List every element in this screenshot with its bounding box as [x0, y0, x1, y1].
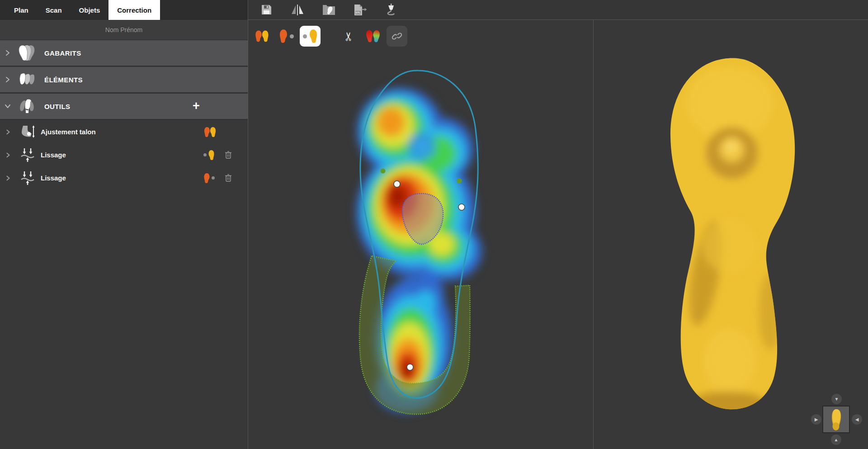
- left-foot-hidden-dot: [303, 34, 307, 38]
- triangle-down-icon: ▼: [835, 397, 839, 402]
- main-tabbar: Plan Scan Objets Correction: [0, 0, 248, 20]
- sidebar-section-gabarits[interactable]: GABARITS: [0, 40, 248, 67]
- control-point-1[interactable]: [394, 181, 400, 187]
- delete-tool-button[interactable]: [225, 166, 232, 189]
- view-toolbar: ✂: [252, 26, 407, 47]
- tool-label: Ajustement talon: [41, 128, 96, 136]
- sidebar-section-outils[interactable]: OUTILS +: [0, 94, 248, 120]
- tab-correction[interactable]: Correction: [108, 0, 160, 20]
- import-scan-button[interactable]: [321, 3, 336, 17]
- chevron-right-icon[interactable]: [0, 129, 16, 135]
- feet-visibility-both[interactable]: [203, 120, 219, 143]
- pads-icon: [15, 71, 39, 89]
- anchor-point-2[interactable]: [457, 179, 462, 184]
- right-foot-hidden-dot: [212, 176, 215, 180]
- section-elements-label: ÉLÉMENTS: [44, 76, 83, 84]
- patient-name: Nom Prénom: [0, 20, 248, 40]
- chevron-right-icon[interactable]: [0, 50, 15, 56]
- orthotic-cad-app: Plan Scan Objets Correction Nom Prénom G…: [0, 0, 868, 449]
- sidebar-section-elements[interactable]: ÉLÉMENTS: [0, 67, 248, 94]
- left-foot-icon: [279, 29, 288, 43]
- anchor-point-1[interactable]: [381, 169, 386, 174]
- insole-3d-view[interactable]: ▼ ▶ ◀ ▲: [594, 20, 868, 449]
- tool-label: Lissage: [41, 174, 66, 182]
- show-right-foot-button[interactable]: [300, 26, 321, 47]
- pressure-viewport[interactable]: ✂: [248, 20, 594, 449]
- chevron-down-icon[interactable]: [0, 103, 15, 109]
- save-icon: [260, 4, 273, 16]
- tab-scan[interactable]: Scan: [37, 0, 71, 20]
- link-icon: [392, 31, 402, 41]
- export-stl-button[interactable]: STL: [353, 3, 367, 17]
- sidebar: Plan Scan Objets Correction Nom Prénom G…: [0, 0, 248, 449]
- chevron-right-icon[interactable]: [0, 175, 16, 181]
- right-foot-hidden-dot: [290, 34, 294, 38]
- link-views-button[interactable]: [387, 26, 407, 47]
- pressure-map-canvas[interactable]: [248, 20, 593, 449]
- triangle-up-icon: ▲: [834, 437, 839, 442]
- show-left-foot-button[interactable]: [276, 26, 297, 47]
- stl-label: STL: [355, 11, 361, 14]
- tool-label: Lissage: [41, 151, 66, 159]
- templates-icon: [15, 43, 39, 62]
- import-scan-icon: [322, 4, 336, 16]
- left-foot-hidden-dot: [203, 153, 207, 156]
- main-toolbar: STL: [248, 0, 868, 20]
- save-button[interactable]: [259, 3, 274, 17]
- scissors-icon: ✂: [342, 31, 356, 41]
- insole-3d-canvas: [594, 20, 868, 449]
- trash-icon: [225, 174, 232, 182]
- left-foot-icon: [203, 173, 210, 184]
- right-foot-icon: [208, 150, 215, 161]
- heel-adjust-icon: [16, 125, 39, 139]
- tab-objets[interactable]: Objets: [71, 0, 109, 20]
- feet-visibility-left[interactable]: [203, 166, 219, 189]
- pressure-map-toggle-button[interactable]: [363, 26, 383, 47]
- tool-row-lissage-left[interactable]: Lissage: [0, 166, 248, 189]
- pressure-feet-icon: [365, 28, 381, 44]
- tab-plan[interactable]: Plan: [5, 0, 37, 20]
- add-tool-button[interactable]: +: [188, 98, 204, 114]
- tab-plan-label: Plan: [14, 6, 28, 14]
- mirror-icon: [291, 4, 304, 16]
- feet-pair-icon: [255, 28, 270, 44]
- tab-scan-label: Scan: [46, 6, 62, 14]
- view-orientation-thumbnail[interactable]: [822, 406, 850, 433]
- milling-button[interactable]: [384, 3, 398, 17]
- section-gabarits-label: GABARITS: [44, 49, 81, 57]
- tools-icon: [15, 97, 39, 116]
- tool-row-ajustement-talon[interactable]: Ajustement talon: [0, 120, 248, 143]
- show-both-feet-button[interactable]: [252, 26, 273, 47]
- rotate-view-left-button[interactable]: ▶: [811, 414, 821, 425]
- rotate-view-down-button[interactable]: ▲: [831, 435, 841, 445]
- cut-tool-button[interactable]: ✂: [339, 26, 359, 47]
- right-foot-icon: [309, 29, 318, 43]
- triangle-right-icon: ▶: [815, 417, 818, 422]
- control-point-3[interactable]: [407, 364, 413, 370]
- section-outils-label: OUTILS: [44, 103, 70, 110]
- rotate-view-right-button[interactable]: ◀: [852, 414, 862, 425]
- rotate-view-up-button[interactable]: ▼: [831, 394, 842, 404]
- smoothing-icon: [16, 170, 39, 186]
- chevron-right-icon[interactable]: [0, 152, 16, 158]
- export-stl-icon: STL: [353, 4, 367, 16]
- delete-tool-button[interactable]: [225, 143, 232, 166]
- tab-objets-label: Objets: [79, 6, 100, 14]
- feet-pair-icon: [203, 127, 217, 137]
- trash-icon: [225, 151, 232, 159]
- patient-name-label: Nom Prénom: [105, 26, 142, 33]
- smoothing-icon: [16, 147, 39, 163]
- milling-icon: [385, 3, 397, 17]
- triangle-left-icon: ◀: [855, 417, 859, 422]
- control-point-2[interactable]: [458, 204, 465, 210]
- tab-correction-label: Correction: [117, 6, 151, 14]
- chevron-right-icon[interactable]: [0, 76, 15, 83]
- mini-insole-icon: [827, 408, 845, 431]
- tool-row-lissage-right[interactable]: Lissage: [0, 143, 248, 166]
- mirror-button[interactable]: [290, 3, 305, 17]
- feet-visibility-right[interactable]: [203, 143, 219, 166]
